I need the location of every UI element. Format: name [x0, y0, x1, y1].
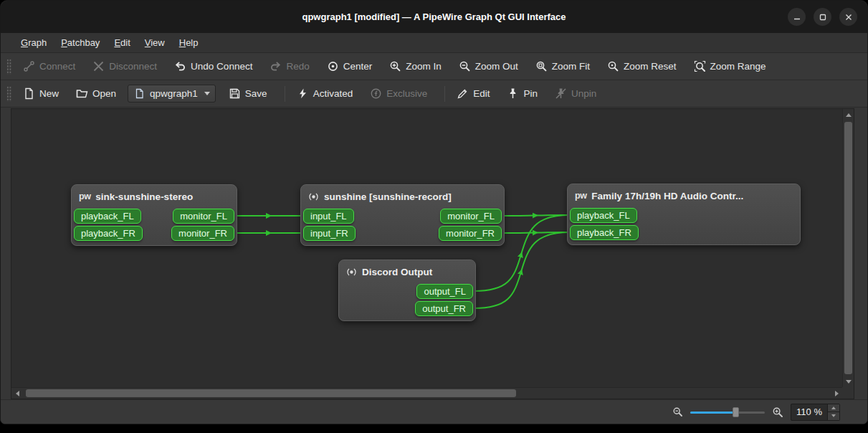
- zoom-slider-handle[interactable]: [733, 407, 739, 417]
- patchbay-file-icon: [133, 87, 146, 100]
- menu-graph[interactable]: Graph: [14, 34, 54, 51]
- zoom-range-button[interactable]: Zoom Range: [688, 57, 772, 76]
- zoom-in-button[interactable]: Zoom In: [383, 57, 447, 76]
- window-controls: [788, 8, 857, 26]
- scroll-right-button[interactable]: [831, 388, 842, 399]
- open-folder-icon: [76, 87, 88, 100]
- menu-view[interactable]: View: [138, 34, 172, 51]
- statusbar: 110 %: [1, 399, 867, 424]
- zoom-spin-down-button[interactable]: [828, 411, 839, 420]
- horizontal-scrollbar[interactable]: [11, 387, 842, 399]
- node-sink-sunshine-stereo[interactable]: pw sink-sunshine-stereo playback_FL play…: [71, 184, 237, 246]
- close-button[interactable]: [839, 8, 857, 26]
- unpin-icon: [555, 87, 567, 100]
- zoom-reset-button[interactable]: Zoom Reset: [601, 57, 682, 76]
- app-window: qpwgraph1 [modified] — A PipeWire Graph …: [0, 0, 868, 424]
- minimize-button[interactable]: [788, 8, 806, 26]
- save-button[interactable]: Save: [223, 84, 273, 103]
- zoom-value[interactable]: 110 %: [791, 404, 827, 420]
- port-monitor_FR[interactable]: monitor_FR: [171, 226, 234, 241]
- patchbay-select[interactable]: qpwgraph1: [128, 85, 216, 103]
- edit-button[interactable]: Edit: [451, 84, 495, 103]
- horizontal-scrollbar-handle[interactable]: [26, 389, 516, 397]
- node-title: Discord Output: [362, 267, 432, 277]
- node-family-audio-controller[interactable]: pw Family 17h/19h HD Audio Contr... play…: [567, 184, 801, 245]
- triangle-down-icon: [846, 380, 852, 384]
- port-playback_FL[interactable]: playback_FL: [570, 208, 637, 223]
- new-button[interactable]: New: [17, 84, 65, 103]
- pipewire-icon: pw: [575, 191, 586, 201]
- exclusive-button[interactable]: Exclusive: [364, 84, 433, 103]
- unpin-button[interactable]: Unpin: [549, 84, 602, 103]
- menu-help[interactable]: Help: [172, 34, 206, 51]
- pin-button[interactable]: Pin: [501, 84, 543, 103]
- port-playback_FR[interactable]: playback_FR: [570, 225, 639, 240]
- redo-button[interactable]: Redo: [264, 57, 315, 76]
- minimize-icon: [793, 14, 801, 21]
- scroll-down-button[interactable]: [843, 376, 854, 387]
- node-title: Family 17h/19h HD Audio Contr...: [591, 191, 743, 201]
- menu-patchbay[interactable]: Patchbay: [54, 34, 107, 51]
- close-icon: [845, 14, 852, 21]
- port-playback_FR[interactable]: playback_FR: [74, 226, 143, 241]
- patchbay-select-value: qpwgraph1: [150, 88, 198, 99]
- port-monitor_FL[interactable]: monitor_FL: [440, 209, 502, 224]
- graph-toolbar: Connect Disconnect Undo Connect Redo Cen: [1, 53, 867, 80]
- zoom-spinbox[interactable]: 110 %: [791, 404, 840, 421]
- scrollbar-corner: [842, 387, 854, 399]
- toolbar-grip[interactable]: [6, 86, 11, 102]
- scroll-up-button[interactable]: [843, 109, 854, 120]
- zoom-fit-button[interactable]: Zoom Fit: [530, 57, 596, 76]
- scroll-left-button[interactable]: [11, 388, 23, 399]
- graph-canvas[interactable]: pw sink-sunshine-stereo playback_FL play…: [11, 108, 854, 399]
- node-sunshine[interactable]: sunshine [sunshine-record] input_FL inpu…: [300, 184, 505, 246]
- graph-canvas-frame: pw sink-sunshine-stereo playback_FL play…: [1, 108, 867, 399]
- maximize-icon: [819, 14, 826, 21]
- save-icon: [229, 87, 241, 100]
- undo-connect-button[interactable]: Undo Connect: [168, 57, 258, 76]
- toolbar-grip[interactable]: [6, 59, 11, 75]
- port-monitor_FR[interactable]: monitor_FR: [439, 226, 502, 241]
- undo-icon: [174, 60, 186, 72]
- connect-button[interactable]: Connect: [17, 57, 81, 76]
- activated-button[interactable]: Activated: [291, 84, 359, 103]
- triangle-up-icon: [831, 406, 836, 409]
- port-input_FL[interactable]: input_FL: [303, 209, 354, 224]
- menubar: Graph Patchbay Edit View Help: [1, 33, 867, 53]
- zoom-out-icon[interactable]: [672, 406, 683, 417]
- zoom-in-icon[interactable]: [772, 406, 783, 418]
- connect-icon: [23, 60, 35, 72]
- center-button[interactable]: Center: [321, 57, 378, 76]
- toolbar-separator: [285, 86, 285, 102]
- port-output_FR[interactable]: output_FR: [415, 301, 473, 316]
- vertical-scrollbar[interactable]: [842, 109, 854, 387]
- vertical-scrollbar-handle[interactable]: [844, 122, 852, 374]
- zoom-out-button[interactable]: Zoom Out: [453, 57, 524, 76]
- triangle-left-icon: [16, 391, 19, 396]
- zoom-spin-up-button[interactable]: [828, 404, 839, 412]
- port-input_FR[interactable]: input_FR: [303, 226, 356, 241]
- zoom-slider[interactable]: [690, 406, 765, 418]
- menu-edit[interactable]: Edit: [107, 34, 137, 51]
- port-playback_FL[interactable]: playback_FL: [74, 209, 141, 224]
- zoom-reset-icon: [607, 60, 619, 72]
- file-toolbar: New Open qpwgraph1 Save Act: [1, 80, 867, 108]
- window-title: qpwgraph1 [modified] — A PipeWire Graph …: [1, 11, 867, 22]
- port-output_FL[interactable]: output_FL: [416, 284, 473, 299]
- exclusive-icon: [370, 87, 382, 100]
- zoom-range-icon: [694, 60, 706, 72]
- maximize-button[interactable]: [814, 8, 831, 26]
- open-button[interactable]: Open: [70, 84, 122, 103]
- center-icon: [327, 60, 339, 72]
- toolbar-separator: [444, 86, 445, 102]
- node-discord-output[interactable]: Discord Output output_FL output_FR: [338, 260, 476, 321]
- chevron-down-icon: [204, 92, 210, 98]
- pipewire-icon: pw: [79, 191, 90, 201]
- node-title: sink-sunshine-stereo: [95, 191, 193, 202]
- zoom-fit-icon: [535, 60, 548, 72]
- port-monitor_FL[interactable]: monitor_FL: [173, 209, 234, 224]
- disconnect-button[interactable]: Disconnect: [87, 57, 163, 76]
- zoom-out-icon: [459, 60, 471, 72]
- media-record-icon: [308, 191, 319, 202]
- zoom-in-icon: [389, 60, 401, 72]
